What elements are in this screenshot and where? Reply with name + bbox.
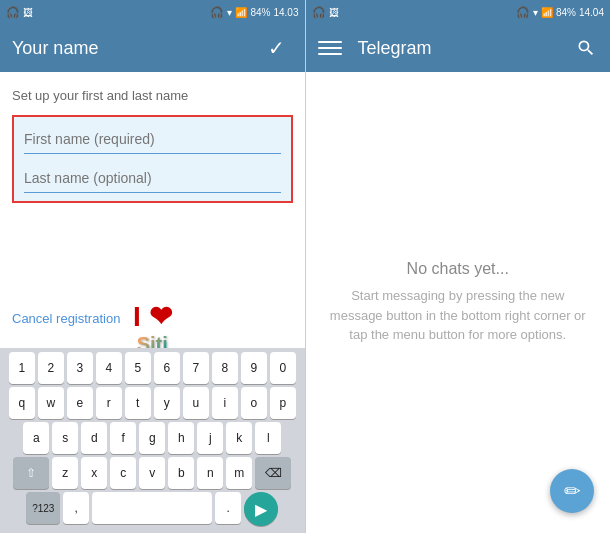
key-d[interactable]: d	[81, 422, 107, 454]
right-image-icon: 🖼	[329, 7, 339, 18]
hamburger-line-3	[318, 53, 342, 55]
key-1[interactable]: 1	[9, 352, 35, 384]
key-g[interactable]: g	[139, 422, 165, 454]
time-left: 14.03	[273, 7, 298, 18]
key-7[interactable]: 7	[183, 352, 209, 384]
key-f[interactable]: f	[110, 422, 136, 454]
right-status-bar: 🎧 🖼 🎧 ▾ 📶 84% 14.04	[306, 0, 611, 24]
form-content: Set up your first and last name	[0, 72, 305, 295]
cancel-registration-button[interactable]: Cancel registration	[0, 295, 305, 342]
right-headphone-icon: 🎧	[312, 6, 326, 19]
key-4[interactable]: 4	[96, 352, 122, 384]
checkmark-icon: ✓	[268, 36, 285, 60]
left-app-bar: Your name ✓	[0, 24, 305, 72]
key-6[interactable]: 6	[154, 352, 180, 384]
keyboard-row-numbers: 1 2 3 4 5 6 7 8 9 0	[2, 352, 303, 384]
key-w[interactable]: w	[38, 387, 64, 419]
keyboard-row-qwerty: q w e r t y u i o p	[2, 387, 303, 419]
key-8[interactable]: 8	[212, 352, 238, 384]
pencil-icon: ✏	[564, 479, 581, 503]
key-5[interactable]: 5	[125, 352, 151, 384]
left-status-bar: 🎧 🖼 🎧 ▾ 📶 84% 14.03	[0, 0, 305, 24]
key-mic[interactable]: ▶	[244, 492, 278, 526]
key-c[interactable]: c	[110, 457, 136, 489]
key-numbers-toggle[interactable]: ?123	[26, 492, 60, 524]
confirm-button[interactable]: ✓	[261, 32, 293, 64]
right-app-bar: Telegram	[306, 24, 611, 72]
key-k[interactable]: k	[226, 422, 252, 454]
hamburger-line-1	[318, 41, 342, 43]
left-status-right: 🎧 ▾ 📶 84% 14.03	[210, 6, 298, 19]
key-v[interactable]: v	[139, 457, 165, 489]
key-y[interactable]: y	[154, 387, 180, 419]
right-battery-icon: 84%	[556, 7, 576, 18]
keyboard-row-asdf: a s d f g h j k l	[2, 422, 303, 454]
left-status-icons: 🎧 🖼	[6, 6, 33, 19]
keyboard-row-bottom: ?123 , . ▶	[2, 492, 303, 526]
search-button[interactable]	[574, 36, 598, 60]
key-space[interactable]	[92, 492, 212, 524]
key-q[interactable]: q	[9, 387, 35, 419]
key-h[interactable]: h	[168, 422, 194, 454]
headphone-icon: 🎧	[6, 6, 20, 19]
key-n[interactable]: n	[197, 457, 223, 489]
key-shift[interactable]: ⇧	[13, 457, 49, 489]
key-a[interactable]: a	[23, 422, 49, 454]
name-form	[12, 115, 293, 203]
key-delete[interactable]: ⌫	[255, 457, 291, 489]
keyboard: 1 2 3 4 5 6 7 8 9 0 q w e r t y u i o p …	[0, 348, 305, 533]
right-signal-icon: 📶	[541, 7, 553, 18]
setup-description: Set up your first and last name	[12, 88, 293, 103]
key-p[interactable]: p	[270, 387, 296, 419]
new-message-button[interactable]: ✏	[550, 469, 594, 513]
right-headset-icon: 🎧	[516, 6, 530, 19]
wifi-icon: ▾	[227, 7, 232, 18]
keyboard-row-zxcv: ⇧ z x c v b n m ⌫	[2, 457, 303, 489]
headset-icon: 🎧	[210, 6, 224, 19]
right-content: No chats yet... Start messaging by press…	[306, 72, 611, 533]
key-9[interactable]: 9	[241, 352, 267, 384]
last-name-input[interactable]	[24, 164, 281, 193]
image-icon: 🖼	[23, 7, 33, 18]
first-name-input[interactable]	[24, 125, 281, 154]
key-period[interactable]: .	[215, 492, 241, 524]
key-m[interactable]: m	[226, 457, 252, 489]
key-b[interactable]: b	[168, 457, 194, 489]
key-o[interactable]: o	[241, 387, 267, 419]
key-u[interactable]: u	[183, 387, 209, 419]
key-e[interactable]: e	[67, 387, 93, 419]
key-s[interactable]: s	[52, 422, 78, 454]
right-time: 14.04	[579, 7, 604, 18]
no-chats-description: Start messaging by pressing the new mess…	[326, 286, 591, 345]
key-2[interactable]: 2	[38, 352, 64, 384]
right-panel: 🎧 🖼 🎧 ▾ 📶 84% 14.04 Telegram No chats ye…	[306, 0, 611, 533]
hamburger-line-2	[318, 47, 342, 49]
menu-button[interactable]	[318, 36, 342, 60]
left-panel: 🎧 🖼 🎧 ▾ 📶 84% 14.03 Your name ✓ Set up y…	[0, 0, 305, 533]
key-3[interactable]: 3	[67, 352, 93, 384]
key-i[interactable]: i	[212, 387, 238, 419]
right-wifi-icon: ▾	[533, 7, 538, 18]
right-status-icons: 🎧 🖼	[312, 6, 339, 19]
key-r[interactable]: r	[96, 387, 122, 419]
key-x[interactable]: x	[81, 457, 107, 489]
key-j[interactable]: j	[197, 422, 223, 454]
signal-icon: 📶	[235, 7, 247, 18]
right-status-right: 🎧 ▾ 📶 84% 14.04	[516, 6, 604, 19]
right-app-title: Telegram	[358, 38, 575, 59]
no-chats-title: No chats yet...	[407, 260, 509, 278]
key-comma[interactable]: ,	[63, 492, 89, 524]
key-0[interactable]: 0	[270, 352, 296, 384]
key-l[interactable]: l	[255, 422, 281, 454]
key-z[interactable]: z	[52, 457, 78, 489]
battery-icon: 84%	[250, 7, 270, 18]
key-t[interactable]: t	[125, 387, 151, 419]
page-title: Your name	[12, 38, 261, 59]
